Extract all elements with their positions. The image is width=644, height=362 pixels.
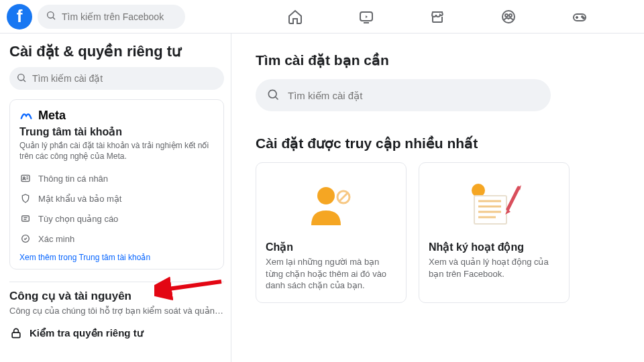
svg-line-25 [276,97,278,99]
meta-more-link[interactable]: Xem thêm trong Trung tâm tài khoản [19,253,214,262]
cards-row: Chặn Xem lại những người mà bạn từng chặ… [256,162,644,303]
groups-icon[interactable] [500,8,517,25]
meta-item-label: Thông tin cá nhân [38,174,108,184]
block-illustration [266,171,396,237]
facebook-logo[interactable]: f [7,4,32,29]
card-title: Nhật ký hoạt động [429,241,559,253]
meta-item-personal[interactable]: Thông tin cá nhân [19,168,214,188]
tools-sub: Công cụ của chúng tôi hỗ trợ bạn kiểm so… [9,306,224,316]
sidebar: Cài đặt & quyền riêng tư Meta Trung tâm … [0,34,231,362]
lock-icon [9,326,23,340]
svg-point-24 [268,90,276,98]
card-block[interactable]: Chặn Xem lại những người mà bạn từng chặ… [256,162,407,303]
sidebar-search-input[interactable] [32,73,217,84]
svg-point-12 [583,17,584,19]
card-title: Chặn [266,241,396,253]
global-search-input[interactable] [62,11,177,22]
svg-point-26 [317,187,335,204]
svg-point-0 [48,12,54,18]
global-search[interactable] [38,5,185,29]
meta-card: Meta Trung tâm tài khoản Quản lý phần cà… [9,99,224,269]
card-desc: Xem và quản lý hoạt động của bạn trên Fa… [429,256,559,280]
shield-icon [19,192,32,204]
svg-line-1 [53,17,55,19]
sidebar-search[interactable] [9,67,224,90]
megaphone-icon [19,213,32,225]
meta-item-label: Mật khẩu và bảo mật [38,194,121,204]
sidebar-item-label: Kiểm tra quyền riêng tư [30,327,144,339]
video-icon[interactable] [358,8,375,25]
sidebar-title: Cài đặt & quyền riêng tư [9,43,224,60]
id-card-icon [19,172,32,184]
svg-point-5 [502,11,515,23]
most-heading: Cài đặt được truy cập nhiều nhất [256,135,644,152]
svg-point-6 [505,14,508,17]
svg-point-7 [509,14,512,17]
svg-rect-19 [22,216,30,221]
search-icon [266,88,280,103]
svg-marker-4 [366,15,368,18]
search-icon [16,72,27,85]
meta-item-security[interactable]: Mật khẩu và bảo mật [19,188,214,208]
svg-line-28 [339,193,347,201]
activity-illustration [429,171,559,237]
search-icon [46,10,56,23]
gaming-icon[interactable] [571,8,588,25]
meta-item-ads[interactable]: Tùy chọn quảng cáo [19,208,214,229]
marketplace-icon[interactable] [429,8,446,25]
meta-item-verify[interactable]: Xác minh [19,229,214,249]
meta-brand: Meta [19,108,214,123]
find-heading: Tìm cài đặt bạn cần [256,52,644,68]
divider [9,282,224,282]
settings-search-input[interactable] [288,90,540,101]
check-badge-icon [19,233,32,245]
card-desc: Xem lại những người mà bạn từng chặn hoặ… [266,256,396,292]
nav-icons [191,8,637,25]
settings-search[interactable] [256,79,551,111]
topbar: f [0,0,644,34]
meta-icon [19,108,34,123]
meta-item-label: Tùy chọn quảng cáo [38,214,118,224]
svg-point-13 [18,74,24,80]
meta-item-label: Xác minh [38,234,74,244]
svg-rect-23 [12,333,20,338]
sidebar-item-privacy-check[interactable]: Kiểm tra quyền riêng tư [9,322,224,344]
svg-point-16 [23,177,25,179]
meta-title: Trung tâm tài khoản [19,125,214,138]
main-content: Tìm cài đặt bạn cần Cài đặt được truy cậ… [231,34,644,362]
svg-rect-15 [21,176,30,182]
svg-rect-30 [474,196,506,224]
meta-brand-text: Meta [38,109,66,123]
home-icon[interactable] [286,8,304,25]
card-activity-log[interactable]: Nhật ký hoạt động Xem và quản lý hoạt độ… [419,162,570,303]
meta-desc: Quản lý phần cài đặt tài khoản và trải n… [19,141,214,162]
svg-line-14 [23,80,25,82]
tools-heading: Công cụ và tài nguyên [9,289,224,303]
